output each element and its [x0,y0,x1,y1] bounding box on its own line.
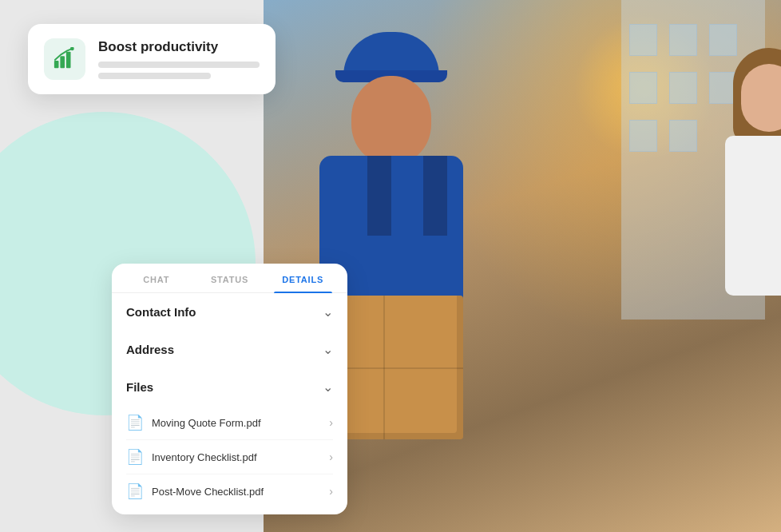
tab-status[interactable]: STATUS [193,264,267,292]
file-name-1: Moving Quote Form.pdf [152,417,321,429]
file-doc-icon-1: 📄 [126,414,144,431]
delivery-cap [343,32,439,76]
files-label: Files [126,380,153,394]
delivery-face [351,76,431,164]
dm-strap-left [367,156,391,236]
svg-rect-2 [66,52,71,69]
file-name-2: Inventory Checklist.pdf [152,451,321,463]
boost-text-area: Boost productivity [98,39,260,79]
file-chevron-3-icon: › [329,485,333,498]
address-section: Address ⌄ [112,331,347,368]
contact-info-chevron-icon: ⌄ [323,304,333,320]
file-chevron-1-icon: › [329,416,333,429]
address-chevron-icon: ⌄ [323,342,333,357]
file-item-2[interactable]: 📄 Inventory Checklist.pdf › [126,440,333,474]
boost-icon-wrap [44,38,85,80]
contact-info-row[interactable]: Contact Info ⌄ [126,293,333,331]
panel-tabs: CHAT STATUS DETAILS [112,264,347,293]
files-section-header: Files ⌄ [112,368,347,406]
file-doc-icon-3: 📄 [126,482,144,500]
file-item-3[interactable]: 📄 Post-Move Checklist.pdf › [126,474,333,508]
svg-rect-0 [54,61,59,68]
svg-rect-1 [60,56,65,68]
main-wrapper: Boost productivity CHAT STATUS DETAILS C… [0,0,781,532]
contact-info-label: Contact Info [126,305,196,319]
address-label: Address [126,343,174,356]
boost-productivity-card: Boost productivity [28,24,276,94]
file-doc-icon-2: 📄 [126,448,144,466]
chart-growth-icon [53,47,77,71]
boost-title: Boost productivity [98,39,260,55]
file-name-3: Post-Move Checklist.pdf [152,486,321,498]
tab-chat[interactable]: CHAT [120,264,193,292]
receiver-face [741,64,781,132]
contact-info-section: Contact Info ⌄ [112,293,347,331]
detail-panel: CHAT STATUS DETAILS Contact Info ⌄ Addre… [112,264,347,514]
address-row[interactable]: Address ⌄ [126,331,333,368]
files-row[interactable]: Files ⌄ [126,368,333,406]
box-line-vertical [383,296,385,439]
dm-strap-right [423,156,447,236]
boost-line-2 [98,73,211,79]
files-list: 📄 Moving Quote Form.pdf › 📄 Inventory Ch… [112,406,347,508]
files-chevron-icon: ⌄ [323,379,333,395]
receiver-body [725,136,781,296]
tab-details[interactable]: DETAILS [266,264,339,292]
file-chevron-2-icon: › [329,451,333,463]
boost-line-1 [98,62,260,68]
file-item-1[interactable]: 📄 Moving Quote Form.pdf › [126,406,333,440]
